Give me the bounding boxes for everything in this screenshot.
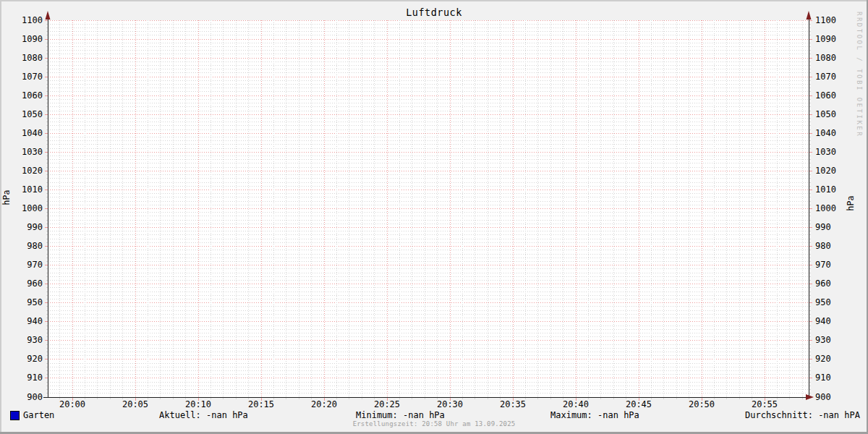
y-axis-tick-label-right: 1010: [815, 184, 846, 195]
legend-row: Garten Aktuell: -nan hPa Minimum: -nan h…: [0, 409, 868, 421]
y-axis-tick-label-left: 920: [12, 354, 43, 365]
y-axis-tick-label-right: 1000: [815, 203, 846, 214]
creation-timestamp: Erstellungszeit: 20:58 Uhr am 13.09.2025: [0, 420, 868, 427]
y-axis-tick-label-right: 970: [815, 260, 846, 271]
y-axis-tick-label-right: 1020: [815, 166, 846, 176]
y-axis-tick-label-right: 1030: [815, 147, 846, 158]
y-axis-tick-label-right: 1060: [815, 90, 846, 101]
y-axis-tick-label-left: 1090: [12, 34, 43, 45]
y-axis-tick-label-left: 960: [12, 278, 43, 289]
y-axis-unit-right: hPa: [846, 189, 856, 218]
y-axis-tick-label-right: 910: [815, 373, 846, 383]
x-axis-tick-label: 20:25: [367, 399, 407, 410]
y-axis-tick-label-left: 1010: [12, 184, 43, 195]
x-axis-tick-label: 20:55: [744, 399, 785, 410]
x-axis-tick-label: 20:30: [430, 399, 470, 410]
y-axis-tick-label-right: 1080: [815, 53, 846, 64]
y-axis-tick-label-left: 1030: [12, 147, 43, 158]
luftdruck-rrd-graph: Luftdruck hPa hPa 1100109010801070106010…: [0, 0, 868, 434]
y-axis-tick-label-right: 930: [815, 335, 846, 346]
legend-current-value: Aktuell: -nan hPa: [159, 409, 248, 421]
y-axis-tick-label-right: 990: [815, 222, 846, 233]
legend-average-value: Durchschnitt: -nan hPA: [745, 409, 860, 421]
y-axis-tick-label-right: 950: [815, 297, 846, 308]
x-axis-tick-label: 20:35: [493, 399, 533, 410]
bevel-border-top: [0, 0, 868, 1]
legend-minimum-value: Minimum: -nan hPa: [356, 409, 445, 421]
y-axis-tick-label-left: 1060: [12, 90, 43, 101]
rrdtool-watermark: RRDTOOL / TOBI OETIKER: [856, 12, 863, 137]
y-axis-tick-label-left: 930: [12, 335, 43, 346]
y-axis-tick-label-left: 1100: [12, 15, 43, 26]
y-axis-tick-label-left: 900: [12, 392, 43, 403]
y-axis-tick-label-right: 1050: [815, 109, 846, 120]
x-axis-tick-label: 20:05: [115, 399, 156, 410]
bevel-border-left: [0, 0, 1, 434]
plot-area: [48, 20, 809, 397]
y-axis-unit-left: hPa: [1, 183, 12, 212]
y-axis-tick-label-right: 960: [815, 278, 846, 289]
y-axis-tick-label-left: 1070: [12, 72, 43, 82]
y-axis-tick-label-left: 1040: [12, 128, 43, 139]
y-axis-tick-label-left: 1080: [12, 53, 43, 64]
y-axis-tick-label-right: 920: [815, 354, 846, 365]
y-axis-tick-label-right: 900: [815, 392, 846, 403]
chart-title: Luftdruck: [0, 7, 868, 18]
y-axis-tick-label-right: 1040: [815, 128, 846, 139]
y-axis-tick-label-left: 990: [12, 222, 43, 233]
y-axis-tick-label-left: 1020: [12, 166, 43, 176]
y-axis-tick-label-left: 1000: [12, 203, 43, 214]
y-axis-tick-label-left: 950: [12, 297, 43, 308]
x-axis-tick-label: 20:00: [52, 399, 93, 410]
y-axis-tick-label-right: 1100: [815, 15, 846, 26]
legend-series-label: Garten: [23, 409, 54, 421]
y-axis-tick-label-right: 980: [815, 241, 846, 252]
y-axis-tick-label-right: 1090: [815, 34, 846, 45]
y-axis-tick-label-left: 980: [12, 241, 43, 252]
x-axis-tick-label: 20:45: [618, 399, 659, 410]
x-axis-tick-label: 20:20: [304, 399, 344, 410]
y-axis-tick-label-left: 940: [12, 316, 43, 327]
x-axis-tick-label: 20:40: [556, 399, 596, 410]
y-axis-tick-label-left: 970: [12, 260, 43, 271]
y-axis-tick-label-left: 910: [12, 373, 43, 383]
y-axis-tick-label-right: 940: [815, 316, 846, 327]
series-color-swatch: [10, 411, 20, 420]
y-axis-tick-label-left: 1050: [12, 109, 43, 120]
x-axis-tick-label: 20:10: [178, 399, 218, 410]
y-axis-tick-label-right: 1070: [815, 72, 846, 82]
x-axis-tick-label: 20:50: [681, 399, 722, 410]
legend-maximum-value: Maximum: -nan hPa: [550, 409, 639, 421]
x-axis-tick-label: 20:15: [241, 399, 281, 410]
